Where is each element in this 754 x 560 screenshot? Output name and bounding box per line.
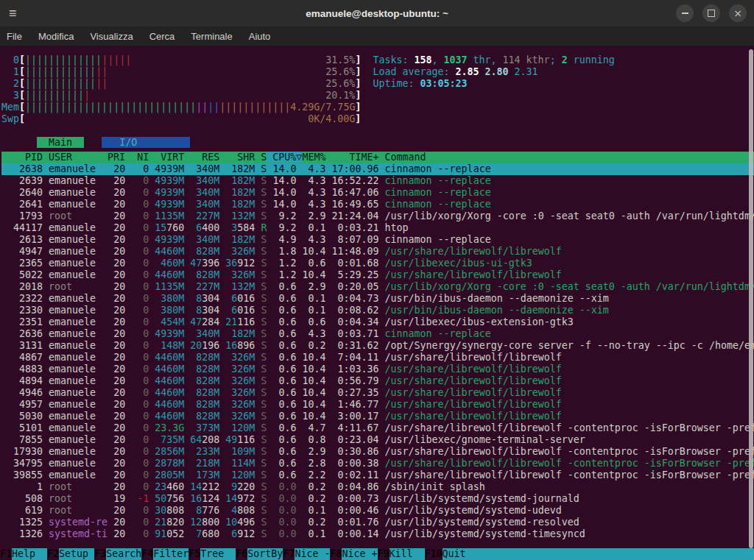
memory-meter-label: Mem (1, 102, 19, 113)
green-bar-segment: ||||||||||||| (25, 54, 102, 65)
minimize-icon (682, 13, 688, 14)
close-icon (733, 8, 742, 18)
f6-key-label: F6 (236, 548, 247, 560)
memory-meter-value: 4.29G/7.75G (290, 102, 355, 113)
process-row-34795[interactable]: 34795 emanuele 20 0 2878M 218M 114M S 0.… (1, 458, 754, 469)
swap-meter: Swp[ 0K/4.00G] (1, 113, 754, 125)
orange-bar-segment: |||||||||||| (219, 102, 290, 113)
menu-item-cerca[interactable]: Cerca (141, 28, 183, 45)
cpu-0-meter: 0[|||||||||||||||||| 31.5%] Tasks: 158, … (1, 54, 754, 66)
process-row-508[interactable]: 508 root 19 -1 50756 16124 14972 S 0.0 0… (1, 493, 754, 505)
menu-item-file[interactable]: File (0, 28, 30, 45)
column-header-virt[interactable]: VIRT (149, 152, 184, 163)
column-header-res[interactable]: RES (184, 152, 219, 163)
f5-key-label: F5 (188, 548, 200, 560)
tab-io[interactable]: I/O (102, 137, 190, 148)
process-row-2018[interactable]: 2018 root 20 0 1135M 227M 132M S 0.6 2.9… (1, 281, 754, 293)
process-row-1[interactable]: 1 root 20 0 23460 14212 9220 S 0.0 0.2 0… (1, 481, 754, 493)
menu-item-aiuto[interactable]: Aiuto (241, 28, 279, 45)
cpu-2-meter: 2[|||||||||||||| 25.6%] Uptime: 03:05:23 (1, 78, 754, 90)
process-row-2351[interactable]: 2351 emanuele 20 0 454M 47284 21116 S 0.… (1, 316, 754, 328)
htop-screen: 0[|||||||||||||||||| 31.5%] Tasks: 158, … (0, 46, 754, 540)
process-row-619[interactable]: 619 root 20 0 30808 8776 4808 S 0.0 0.1 … (1, 505, 754, 517)
process-row-17930[interactable]: 17930 emanuele 20 0 2856M 233M 109M S 0.… (1, 446, 754, 458)
process-row-2613[interactable]: 2613 emanuele 20 0 4939M 340M 182M S 4.9… (1, 234, 754, 246)
swap-meter-value: 0K/4.00G (308, 113, 355, 124)
column-header-ni[interactable]: NI (125, 152, 149, 163)
process-row-4947[interactable]: 4947 emanuele 20 0 4460M 828M 326M S 1.8… (1, 246, 754, 258)
menu-bar: FileModificaVisualizzaCercaTerminaleAiut… (0, 26, 754, 46)
green-bar-segment: |||||||||||| (25, 78, 96, 89)
fnkey-f6[interactable]: F6SortBy (236, 548, 283, 560)
fnkey-f9[interactable]: F9Kill (378, 548, 425, 560)
fnkey-f7[interactable]: F7Nice - (283, 548, 330, 560)
process-row-2638[interactable]: 2638 emanuele 20 0 4939M 340M 182M S 14.… (1, 163, 754, 175)
hamburger-menu-icon[interactable]: ≡ (9, 7, 17, 20)
minimize-button[interactable] (676, 4, 694, 22)
cpu-0-meter-label: 0 (1, 54, 19, 65)
column-header-pri[interactable]: PRI (108, 152, 125, 163)
process-row-2636[interactable]: 2636 emanuele 20 0 4939M 340M 182M S 0.6… (1, 328, 754, 340)
process-row-3131[interactable]: 3131 emanuele 20 0 148M 20196 16896 S 0.… (1, 340, 754, 352)
process-row-4883[interactable]: 4883 emanuele 20 0 4460M 828M 326M S 0.6… (1, 364, 754, 375)
f9-action-label: Kill (390, 548, 425, 560)
cpu-2-meter-label: 2 (1, 78, 19, 89)
process-row-2641[interactable]: 2641 emanuele 20 0 4939M 340M 182M S 14.… (1, 199, 754, 210)
f3-key-label: F3 (94, 548, 106, 560)
fnkey-f5[interactable]: F5Tree (188, 548, 236, 560)
fnkey-f10[interactable]: F10Quit (425, 548, 754, 560)
table-header: PID USER PRI NI VIRT RES SHR S CPU%▽MEM%… (1, 152, 754, 163)
close-button[interactable] (729, 4, 747, 22)
column-header-s[interactable]: S (255, 152, 267, 163)
tab-main[interactable]: Main (37, 137, 84, 148)
column-header-cpu[interactable]: CPU%▽ (267, 152, 302, 163)
column-header-time[interactable]: TIME+ (325, 152, 378, 163)
process-row-39855[interactable]: 39855 emanuele 20 0 2805M 173M 120M S 0.… (1, 469, 754, 481)
fnkey-f8[interactable]: F8Nice + (330, 548, 377, 560)
process-row-1326[interactable]: 1326 systemd-ti 20 0 91052 7680 6912 S 0… (1, 528, 754, 540)
f7-action-label: Nice - (295, 548, 330, 560)
fnkey-f4[interactable]: F4Filter (141, 548, 188, 560)
process-row-44117[interactable]: 44117 emanuele 20 0 15760 6400 3584 R 9.… (1, 222, 754, 234)
process-row-4957[interactable]: 4957 emanuele 20 0 4460M 828M 326M S 0.6… (1, 399, 754, 411)
process-row-5022[interactable]: 5022 emanuele 20 0 4460M 828M 326M S 1.2… (1, 269, 754, 281)
process-row-2365[interactable]: 2365 emanuele 20 0 460M 47396 36912 S 1.… (1, 258, 754, 269)
scrollbar-thumb[interactable] (749, 49, 753, 548)
process-row-4946[interactable]: 4946 emanuele 20 0 4460M 828M 326M S 0.6… (1, 387, 754, 399)
column-header-user[interactable]: USER (43, 152, 108, 163)
maximize-button[interactable] (702, 4, 720, 22)
red-bar-segment: | (84, 90, 90, 101)
process-row-2639[interactable]: 2639 emanuele 20 0 4939M 340M 182M S 14.… (1, 175, 754, 187)
cpu-1-meter-value: 25.6% (325, 66, 355, 77)
function-key-bar: F1Help F2Setup F3SearchF4FilterF5Tree F6… (0, 548, 754, 560)
process-row-4867[interactable]: 4867 emanuele 20 0 4460M 828M 326M S 0.6… (1, 352, 754, 364)
process-row-2322[interactable]: 2322 emanuele 20 0 380M 8304 6016 S 0.6 … (1, 293, 754, 305)
process-row-1793[interactable]: 1793 root 20 0 1135M 227M 132M S 9.2 2.9… (1, 210, 754, 222)
process-row-4894[interactable]: 4894 emanuele 20 0 4460M 828M 326M S 0.6… (1, 375, 754, 387)
menu-item-modifica[interactable]: Modifica (30, 28, 82, 45)
cpu-0-meter-value: 31.5% (325, 54, 355, 65)
process-row-5101[interactable]: 5101 emanuele 20 0 23.3G 373M 120M S 0.6… (1, 422, 754, 434)
column-header-shr[interactable]: SHR (219, 152, 255, 163)
menu-item-visualizza[interactable]: Visualizza (82, 28, 141, 45)
column-header-command[interactable]: Command (378, 152, 426, 163)
column-header-pid[interactable]: PID (1, 152, 43, 163)
process-row-5030[interactable]: 5030 emanuele 20 0 4460M 828M 326M S 0.6… (1, 411, 754, 422)
green-bar-segment: |||||||||||| (25, 66, 96, 77)
terminal-window: ≡ emanuele@desktop-ubuntu: ~ FileModific… (0, 0, 754, 560)
f1-key-label: F1 (0, 548, 12, 560)
process-row-7855[interactable]: 7855 emanuele 20 0 735M 64208 49116 S 0.… (1, 434, 754, 446)
process-row-2640[interactable]: 2640 emanuele 20 0 4939M 340M 182M S 14.… (1, 187, 754, 199)
column-header-mem[interactable]: MEM% (302, 152, 325, 163)
f6-action-label: SortBy (247, 548, 283, 560)
f9-key-label: F9 (378, 548, 390, 560)
process-row-2330[interactable]: 2330 emanuele 20 0 380M 8304 6016 S 0.6 … (1, 305, 754, 316)
fnkey-f2[interactable]: F2Setup (47, 548, 94, 560)
process-row-1325[interactable]: 1325 systemd-re 20 0 21820 12800 10496 S… (1, 517, 754, 528)
f2-action-label: Setup (59, 548, 94, 560)
fnkey-f3[interactable]: F3Search (94, 548, 141, 560)
menu-item-terminale[interactable]: Terminale (183, 28, 240, 45)
fnkey-f1[interactable]: F1Help (0, 548, 47, 560)
titlebar: ≡ emanuele@desktop-ubuntu: ~ (0, 0, 754, 26)
swap-meter-label: Swp (1, 113, 19, 124)
